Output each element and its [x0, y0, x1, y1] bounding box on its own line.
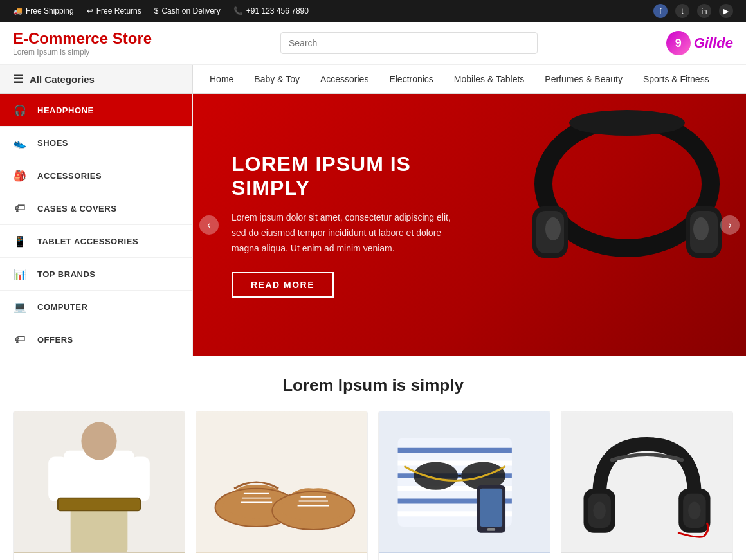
brands-icon: 📊 [12, 266, 28, 282]
svg-point-7 [693, 217, 709, 240]
returns-icon: ↩ [87, 6, 93, 15]
hero-description: Lorem ipsum dolor sit amet, consectetur … [232, 210, 459, 256]
returns-info: ↩ Free Returns [87, 6, 141, 15]
sidebar-label-cases-covers: CASES & COVERS [37, 204, 116, 213]
svg-rect-40 [480, 489, 502, 527]
logo-subtitle: Lorem Ipsum is simply [13, 48, 152, 57]
product-info-4: Product Title 4 $99.00 $120.00 🛒 [561, 553, 732, 560]
svg-rect-41 [487, 528, 495, 531]
nav-baby-toy[interactable]: Baby & Toy [244, 65, 310, 93]
cash-info: $ Cash on Delivery [154, 6, 221, 15]
sidebar-label-tablet-accessories: TABLET ACCESSORIES [37, 237, 138, 246]
twitter-icon[interactable]: t [675, 4, 689, 18]
product-card-1: Product Title 1 $99.00 $120.00 🛒 [13, 411, 185, 560]
svg-point-48 [688, 502, 701, 520]
returns-label: Free Returns [96, 6, 141, 15]
instagram-icon[interactable]: in [697, 4, 711, 18]
hero-banner: ‹ LOREM IPSUM IS SIMPLY Lorem ipsum dolo… [193, 94, 746, 356]
svg-point-12 [81, 422, 116, 460]
shipping-info: 🚚 Free Shipping [13, 6, 74, 15]
products-grid: Product Title 1 $99.00 $120.00 🛒 [13, 411, 733, 560]
cases-icon: 🏷 [12, 200, 28, 217]
logo-area: E-Commerce Store Lorem Ipsum is simply [13, 30, 152, 57]
sidebar-label-headphone: HEADPHONE [37, 105, 94, 115]
products-section: Lorem Ipsum is simply [0, 356, 746, 560]
computer-icon: 💻 [12, 298, 28, 315]
svg-point-5 [569, 110, 685, 136]
phone-info: 📞 +91 123 456 7890 [233, 6, 309, 15]
headphone-icon: 🎧 [12, 102, 28, 118]
sidebar-item-headphone[interactable]: 🎧 HEADPHONE [0, 94, 192, 127]
header: E-Commerce Store Lorem Ipsum is simply 9… [0, 22, 746, 65]
sidebar-item-top-brands[interactable]: 📊 TOP BRANDS [0, 258, 192, 291]
phone-label: +91 123 456 7890 [246, 6, 309, 15]
youtube-icon[interactable]: ▶ [719, 4, 733, 18]
sidebar-item-offers[interactable]: 🏷 OFFERS [0, 323, 192, 356]
sidebar-label-computer: COMPUTER [37, 302, 87, 312]
sidebar-item-tablet-accessories[interactable]: 📱 TABLET ACCESSORIES [0, 225, 192, 258]
product-image-3 [379, 411, 550, 553]
svg-point-36 [414, 462, 458, 489]
nav-accessories[interactable]: Accessories [310, 65, 379, 93]
product-info-2: Product Title 2 $99.00 $120.00 🛒 [196, 553, 367, 560]
hero-next-button[interactable]: › [720, 215, 740, 235]
svg-rect-14 [131, 457, 150, 501]
hero-content: LOREM IPSUM IS SIMPLY Lorem ipsum dolor … [193, 127, 497, 323]
truck-icon: 🚚 [13, 6, 23, 15]
section-title: Lorem Ipsum is simply [13, 375, 733, 395]
sidebar-item-cases-covers[interactable]: 🏷 CASES & COVERS [0, 192, 192, 225]
cash-icon: $ [154, 6, 159, 15]
top-bar-left: 🚚 Free Shipping ↩ Free Returns $ Cash on… [13, 6, 309, 15]
accessories-icon: 🎒 [12, 167, 28, 184]
sidebar-label-shoes: SHOES [37, 138, 68, 148]
hero-read-more-button[interactable]: READ MORE [232, 272, 334, 298]
product-card-4: Product Title 4 $99.00 $120.00 🛒 [561, 411, 733, 560]
all-categories-label: All Categories [30, 74, 95, 85]
sidebar-item-accessories[interactable]: 🎒 ACCESSORIES [0, 159, 192, 192]
nav-perfumes-beauty[interactable]: Perfumes & Beauty [534, 65, 633, 93]
tablet-icon: 📱 [12, 233, 28, 249]
svg-point-45 [593, 502, 606, 520]
brand-circle: 9 [666, 31, 691, 55]
svg-rect-13 [48, 457, 68, 501]
top-bar: 🚚 Free Shipping ↩ Free Returns $ Cash on… [0, 0, 746, 22]
product-card-3: Product Title 3 $99.00 $120.00 🛒 [378, 411, 550, 560]
sidebar-item-shoes[interactable]: 👟 SHOES [0, 127, 192, 159]
svg-rect-15 [58, 498, 140, 511]
offers-icon: 🏷 [12, 331, 28, 348]
main-content: 🎧 HEADPHONE 👟 SHOES 🎒 ACCESSORIES 🏷 CASE… [0, 94, 746, 356]
hamburger-icon: ☰ [13, 72, 23, 86]
sidebar-label-offers: OFFERS [37, 335, 73, 345]
search-input[interactable] [280, 32, 538, 54]
sidebar-label-accessories: ACCESSORIES [37, 171, 102, 181]
sidebar-item-computer[interactable]: 💻 COMPUTER [0, 291, 192, 323]
nav-sports-fitness[interactable]: Sports & Fitness [633, 65, 720, 93]
nav-mobiles-tablets[interactable]: Mobiles & Tablets [444, 65, 534, 93]
social-icons: f t in ▶ [653, 4, 733, 18]
shoes-icon: 👟 [12, 134, 28, 151]
cash-label: Cash on Delivery [161, 6, 220, 15]
brand-logo: 9 Gillde [666, 31, 733, 55]
facebook-icon[interactable]: f [653, 4, 668, 18]
product-info-1: Product Title 1 $99.00 $120.00 🛒 [14, 553, 185, 560]
sidebar: 🎧 HEADPHONE 👟 SHOES 🎒 ACCESSORIES 🏷 CASE… [0, 94, 193, 356]
svg-point-6 [545, 217, 561, 240]
sidebar-label-top-brands: TOP BRANDS [37, 269, 95, 279]
brand-name: Gillde [694, 35, 733, 51]
hero-title: LOREM IPSUM IS SIMPLY [232, 152, 459, 200]
svg-rect-17 [196, 413, 367, 552]
nav-electronics[interactable]: Electronics [379, 65, 443, 93]
svg-point-0 [543, 120, 711, 248]
logo-title: E-Commerce Store [13, 30, 152, 48]
nav-home[interactable]: Home [199, 65, 244, 93]
product-info-3: Product Title 3 $99.00 $120.00 🛒 [379, 553, 550, 560]
nav-bar: ☰ All Categories Home Baby & Toy Accesso… [0, 65, 746, 94]
all-categories-button[interactable]: ☰ All Categories [0, 65, 193, 93]
nav-links: Home Baby & Toy Accessories Electronics … [193, 65, 726, 93]
shipping-label: Free Shipping [26, 6, 74, 15]
product-image-4 [561, 411, 732, 553]
product-image-1 [14, 411, 185, 553]
hero-prev-button[interactable]: ‹ [199, 215, 219, 235]
hero-headphone-image [521, 100, 733, 300]
product-image-2 [196, 411, 367, 553]
